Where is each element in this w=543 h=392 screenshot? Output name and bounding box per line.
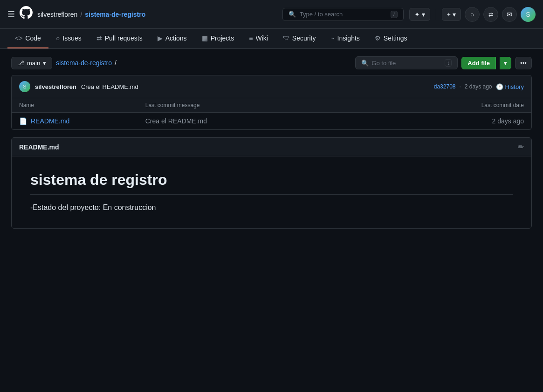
readme-content: sistema de registro -Estado del proyecto…	[12, 156, 531, 228]
readme-title: README.md	[19, 143, 59, 151]
projects-tab-icon: ▦	[202, 34, 208, 42]
copilot-dropdown-icon: ▾	[422, 11, 425, 18]
add-file-label: Add file	[467, 60, 490, 67]
add-file-button[interactable]: Add file	[461, 57, 496, 69]
readme-heading: sistema de registro	[30, 171, 513, 195]
branch-selector[interactable]: ⎇ main ▾	[11, 57, 52, 69]
goto-placeholder: Go to file	[371, 60, 396, 67]
col-name-header: Name	[19, 102, 145, 108]
commit-author-avatar[interactable]: S	[19, 81, 30, 92]
branch-icon: ⎇	[17, 60, 24, 67]
code-tab-icon: <>	[15, 34, 22, 42]
branch-dropdown-icon: ▾	[43, 60, 46, 67]
tab-pull-requests[interactable]: ⇄ Pull requests	[89, 29, 150, 48]
tab-settings-label: Settings	[384, 34, 407, 42]
issues-nav-button[interactable]: ○	[465, 7, 480, 22]
top-nav: ☰ silvestrefloren / sistema-de-registro …	[0, 0, 543, 29]
history-clock-icon: 🕐	[496, 83, 503, 90]
issues-circle-icon: ○	[470, 11, 474, 18]
pr-icon: ⇄	[488, 11, 493, 18]
add-file-dropdown-button[interactable]: ▾	[500, 57, 511, 69]
plus-icon: +	[447, 11, 451, 18]
tab-security[interactable]: 🛡 Security	[275, 29, 323, 48]
search-icon: 🔍	[289, 11, 296, 18]
pr-tab-icon: ⇄	[96, 34, 102, 42]
history-label: History	[505, 83, 524, 90]
commit-dot-separator: ·	[459, 83, 461, 90]
go-to-file-button[interactable]: 🔍 Go to file t	[355, 56, 458, 69]
tab-security-label: Security	[292, 34, 316, 42]
inbox-icon: ✉	[507, 11, 512, 18]
tab-code-label: Code	[25, 34, 41, 42]
issues-tab-icon: ○	[56, 34, 60, 42]
search-shortcut-kbd: /	[391, 11, 398, 18]
tab-pr-label: Pull requests	[105, 34, 143, 42]
breadcrumb-owner[interactable]: silvestrefloren	[37, 11, 77, 18]
tab-insights[interactable]: ~ Insights	[323, 29, 367, 48]
tab-issues-label: Issues	[62, 34, 81, 42]
tab-code[interactable]: <> Code	[7, 29, 48, 48]
breadcrumb-repo[interactable]: sistema-de-registro	[85, 11, 145, 18]
file-commit-message: Crea el README.md	[145, 117, 398, 125]
commit-banner: S silvestrefloren Crea el README.md da32…	[11, 75, 532, 98]
tab-insights-label: Insights	[337, 34, 360, 42]
commit-hash[interactable]: da32708	[434, 83, 456, 90]
readme-header: README.md ✏	[12, 138, 531, 156]
hamburger-menu-icon[interactable]: ☰	[7, 9, 15, 20]
settings-tab-icon: ⚙	[375, 34, 381, 42]
path-separator: /	[115, 59, 117, 67]
path-breadcrumb: sistema-de-registro /	[56, 59, 351, 67]
breadcrumb: silvestrefloren / sistema-de-registro	[37, 11, 145, 18]
tab-wiki-label: Wiki	[255, 34, 268, 42]
goto-shortcut-kbd: t	[445, 59, 452, 67]
security-tab-icon: 🛡	[283, 34, 289, 42]
file-last-commit-date: 2 days ago	[398, 117, 524, 125]
tab-actions-label: Actions	[165, 34, 187, 42]
tab-issues[interactable]: ○ Issues	[48, 29, 89, 48]
search-small-icon: 🔍	[361, 60, 369, 67]
pull-requests-nav-button[interactable]: ⇄	[483, 7, 498, 22]
copilot-icon: ✦	[414, 11, 420, 18]
new-button[interactable]: + ▾	[442, 8, 461, 21]
new-dropdown-icon: ▾	[453, 11, 456, 18]
branch-name: main	[27, 60, 40, 67]
commit-message-text: Crea el README.md	[81, 83, 138, 90]
main-content: ⎇ main ▾ sistema-de-registro / 🔍 Go to f…	[0, 49, 543, 236]
readme-edit-icon[interactable]: ✏	[518, 142, 524, 151]
file-table-header: Name Last commit message Last commit dat…	[12, 98, 531, 113]
wiki-tab-icon: ≡	[249, 34, 253, 42]
path-repo-link[interactable]: sistema-de-registro	[56, 59, 112, 67]
search-placeholder: Type / to search	[300, 11, 343, 18]
col-date-header: Last commit date	[398, 102, 524, 108]
actions-tab-icon: ▶	[158, 34, 163, 42]
tab-actions[interactable]: ▶ Actions	[150, 29, 194, 48]
top-nav-left: ☰ silvestrefloren / sistema-de-registro	[7, 6, 277, 22]
tab-projects-label: Projects	[211, 34, 234, 42]
col-commit-msg-header: Last commit message	[145, 102, 398, 108]
add-file-dropdown-icon: ▾	[504, 60, 507, 67]
copilot-button[interactable]: ✦ ▾	[409, 8, 430, 21]
readme-body-text: -Estado del proyecto: En construccion	[30, 202, 513, 213]
repo-tabs: <> Code ○ Issues ⇄ Pull requests ▶ Actio…	[0, 29, 543, 49]
insights-tab-icon: ~	[330, 34, 334, 42]
commit-meta: da32708 · 2 days ago 🕐 History	[434, 83, 524, 90]
commit-author-name[interactable]: silvestrefloren	[35, 83, 76, 90]
search-bar[interactable]: 🔍 Type / to search /	[282, 8, 404, 21]
tab-settings[interactable]: ⚙ Settings	[367, 29, 415, 48]
file-browser-container: S silvestrefloren Crea el README.md da32…	[11, 75, 532, 130]
commit-date: 2 days ago	[465, 83, 492, 90]
file-name-link[interactable]: README.md	[31, 117, 69, 125]
tab-wiki[interactable]: ≡ Wiki	[241, 29, 275, 48]
more-options-button[interactable]: •••	[515, 57, 532, 69]
file-table: Name Last commit message Last commit dat…	[11, 98, 532, 130]
history-button[interactable]: 🕐 History	[496, 83, 524, 90]
inbox-nav-button[interactable]: ✉	[502, 7, 517, 22]
avatar[interactable]: S	[521, 7, 536, 22]
readme-section: README.md ✏ sistema de registro -Estado …	[11, 137, 532, 229]
table-row: 📄 README.md Crea el README.md 2 days ago	[12, 113, 531, 129]
file-browser-header: ⎇ main ▾ sistema-de-registro / 🔍 Go to f…	[11, 56, 532, 69]
github-logo[interactable]	[20, 6, 33, 22]
nav-divider	[436, 9, 436, 20]
tab-projects[interactable]: ▦ Projects	[194, 29, 242, 48]
more-icon: •••	[520, 60, 527, 67]
